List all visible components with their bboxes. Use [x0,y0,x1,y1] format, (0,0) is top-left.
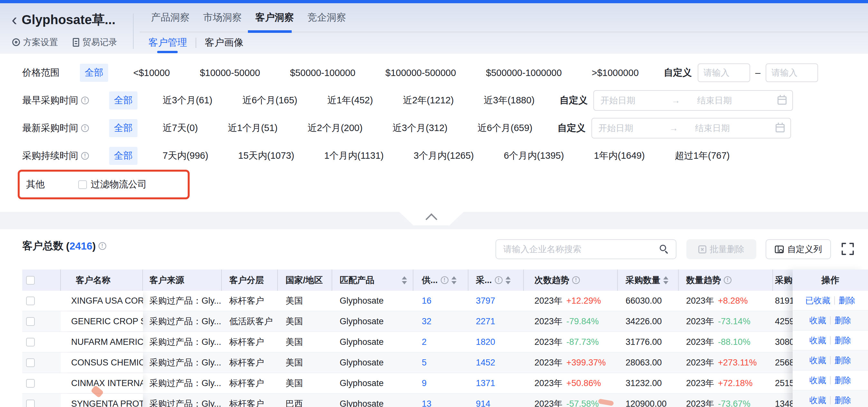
info-icon[interactable] [495,276,503,284]
purchases-count-link[interactable]: 1820 [468,332,524,352]
subtab-customer-profile[interactable]: 客户画像 [205,36,243,49]
suppliers-count-link[interactable]: 2 [413,332,468,352]
latest-option[interactable]: 近2个月(200) [303,119,367,137]
latest-option[interactable]: 近1个月(51) [223,119,283,137]
scheme-settings-button[interactable]: 方案设置 [12,36,58,48]
back-icon[interactable]: ‹ [11,10,17,29]
duration-option[interactable]: 15天内(1073) [234,147,299,165]
sort-icon[interactable] [452,276,457,284]
row-checkbox[interactable] [26,379,35,388]
latest-option[interactable]: 近7天(0) [158,119,203,137]
latest-custom-label[interactable]: 自定义 [558,122,586,134]
filter-logistics-checkbox[interactable] [78,180,87,189]
tab-customer-insight[interactable]: 客户洞察 [255,11,294,24]
custom-columns-button[interactable]: 自定义列 [766,239,831,259]
sort-icon[interactable] [663,276,669,284]
info-icon[interactable] [441,276,448,284]
info-icon[interactable] [98,242,106,250]
end-date-placeholder[interactable]: 结束日期 [695,122,776,134]
row-checkbox[interactable] [26,400,35,407]
table-row[interactable]: SYNGENTA PROTEC 采购过产品：Gly... 标杆客户 巴西 Gly… [22,394,868,407]
tab-market-insight[interactable]: 市场洞察 [203,11,242,24]
latest-date-range-picker[interactable]: 开始日期 → 结束日期 [591,118,791,138]
trade-records-button[interactable]: 贸易记录 [73,36,117,48]
row-checkbox[interactable] [26,358,35,367]
latest-option[interactable]: 近3个月(312) [388,119,452,137]
price-max-input[interactable] [766,63,818,82]
favorite-link[interactable]: 收藏 [809,335,826,346]
favorite-link[interactable]: 已收藏 [805,295,830,306]
purchases-count-link[interactable]: 2271 [468,311,524,331]
delete-link[interactable]: 删除 [835,335,851,346]
suppliers-count-link[interactable]: 32 [413,311,468,331]
calendar-icon[interactable] [778,96,786,105]
subtab-customer-management[interactable]: 客户管理 [148,36,187,49]
favorite-link[interactable]: 收藏 [809,395,826,406]
delete-link[interactable]: 删除 [835,315,851,326]
price-custom-label[interactable]: 自定义 [664,66,692,79]
sort-icon[interactable] [402,276,407,284]
tab-product-insight[interactable]: 产品洞察 [151,11,190,24]
price-option[interactable]: $500000-1000000 [481,65,566,81]
earliest-option[interactable]: 近3年(1880) [479,91,539,109]
table-row[interactable]: XINGFA USA CORPO 采购过产品：Gly... 标杆客户 美国 Gl… [22,291,868,311]
search-input[interactable] [503,244,659,255]
duration-option-all[interactable]: 全部 [109,147,137,165]
info-icon[interactable] [81,152,89,160]
search-icon[interactable] [659,244,669,254]
info-icon[interactable] [81,124,89,132]
info-icon[interactable] [81,97,89,104]
purchases-count-link[interactable]: 3797 [468,291,524,311]
table-row[interactable]: CONSUS CHEMICAL 采购过产品：Gly... 标杆客户 美国 Gly… [22,352,868,373]
suppliers-count-link[interactable]: 9 [413,373,468,393]
row-checkbox[interactable] [26,317,35,326]
info-icon[interactable] [572,276,580,284]
price-option[interactable]: <$10000 [128,65,175,81]
duration-option[interactable]: 6个月内(1395) [499,147,569,165]
purchases-count-link[interactable]: 1452 [468,352,524,373]
end-date-placeholder[interactable]: 结束日期 [697,95,778,106]
collapse-filters-tab[interactable] [399,212,464,225]
duration-option[interactable]: 3个月内(1265) [409,147,479,165]
duration-option[interactable]: 超过1年(767) [670,147,735,165]
table-row[interactable]: NUFARM AMERICAS, 采购过产品：Gly... 标杆客户 美国 Gl… [22,332,868,352]
duration-option[interactable]: 7天内(996) [158,147,213,165]
suppliers-count-link[interactable]: 16 [413,291,468,311]
filter-logistics-label[interactable]: 过滤物流公司 [91,178,147,191]
suppliers-count-link[interactable]: 5 [413,352,468,373]
latest-option-all[interactable]: 全部 [109,119,137,137]
price-option[interactable]: $10000-50000 [195,65,265,81]
earliest-option-all[interactable]: 全部 [109,91,137,109]
info-icon[interactable] [724,276,732,284]
duration-option[interactable]: 1年内(1649) [589,147,650,165]
favorite-link[interactable]: 收藏 [809,375,826,386]
duration-option[interactable]: 1个月内(1131) [319,147,389,165]
calendar-icon[interactable] [776,124,785,132]
price-option[interactable]: $100000-500000 [380,65,461,81]
favorite-link[interactable]: 收藏 [809,355,826,366]
select-all-checkbox[interactable] [26,276,35,285]
company-search-box[interactable] [495,239,676,259]
delete-link[interactable]: 删除 [835,375,851,386]
suppliers-count-link[interactable]: 13 [413,394,468,407]
delete-link[interactable]: 删除 [835,355,851,366]
delete-link[interactable]: 删除 [835,395,851,406]
earliest-option[interactable]: 近3个月(61) [158,91,217,109]
customer-count[interactable]: 2416 [69,240,92,252]
price-option-all[interactable]: 全部 [80,64,108,82]
row-checkbox[interactable] [26,338,35,346]
earliest-option[interactable]: 近1年(452) [322,91,378,109]
earliest-date-range-picker[interactable]: 开始日期 → 结束日期 [593,90,793,111]
sort-icon[interactable] [505,276,510,284]
table-row[interactable]: CINMAX INTERNATIO 采购过产品：Gly... 标杆客户 美国 G… [22,373,868,394]
batch-delete-button[interactable]: 批量删除 [686,239,756,259]
purchases-count-link[interactable]: 1371 [468,373,524,393]
start-date-placeholder[interactable]: 开始日期 [598,122,669,134]
price-option[interactable]: >$1000000 [587,65,644,81]
favorite-link[interactable]: 收藏 [809,315,826,326]
delete-link[interactable]: 删除 [839,295,856,306]
latest-option[interactable]: 近6个月(659) [473,119,537,137]
row-checkbox[interactable] [26,296,35,305]
start-date-placeholder[interactable]: 开始日期 [600,95,671,106]
table-row[interactable]: GENERIC CROP SCI 采购过产品：Gly... 低活跃客户 美国 G… [22,311,868,332]
